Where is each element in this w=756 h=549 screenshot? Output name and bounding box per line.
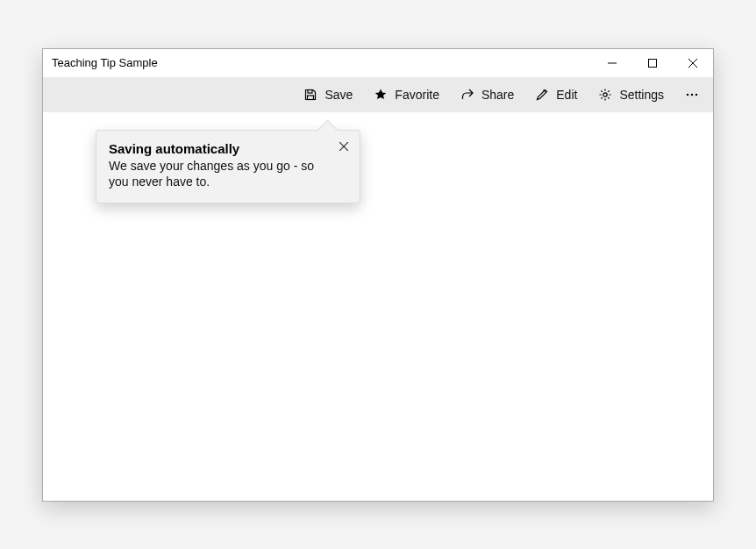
close-button[interactable] <box>673 49 713 77</box>
edit-icon <box>535 88 549 102</box>
svg-point-7 <box>687 93 688 95</box>
svg-point-9 <box>695 93 697 95</box>
minimize-icon <box>608 59 617 68</box>
share-label: Share <box>481 88 514 102</box>
more-icon <box>685 88 699 102</box>
favorite-button[interactable]: Favorite <box>365 82 448 107</box>
close-icon <box>339 142 348 151</box>
edit-button[interactable]: Edit <box>526 82 586 107</box>
tip-body: We save your changes as you go - so you … <box>109 158 328 191</box>
maximize-icon <box>648 59 657 68</box>
window-title: Teaching Tip Sample <box>52 56 158 69</box>
minimize-button[interactable] <box>592 49 632 77</box>
toolbar: Save Favorite Share Edit Settings <box>43 77 713 112</box>
close-icon <box>688 59 697 68</box>
save-label: Save <box>325 88 353 102</box>
share-button[interactable]: Share <box>452 82 523 107</box>
tip-title: Saving automatically <box>109 141 347 156</box>
titlebar: Teaching Tip Sample <box>43 49 713 77</box>
gear-icon <box>598 88 612 102</box>
save-button[interactable]: Save <box>295 82 361 107</box>
svg-rect-5 <box>308 96 314 100</box>
settings-button[interactable]: Settings <box>589 82 673 107</box>
settings-label: Settings <box>619 88 664 102</box>
star-icon <box>374 88 388 102</box>
content-area: Saving automatically We save your change… <box>43 112 713 501</box>
more-button[interactable] <box>676 82 708 107</box>
save-icon <box>303 88 317 102</box>
svg-rect-1 <box>649 59 657 67</box>
edit-label: Edit <box>556 88 577 102</box>
svg-rect-4 <box>308 89 312 93</box>
share-icon <box>460 88 474 102</box>
window-controls <box>592 49 713 77</box>
app-window: Teaching Tip Sample Save Favorite <box>42 48 714 502</box>
svg-point-8 <box>691 93 693 95</box>
teaching-tip: Saving automatically We save your change… <box>96 130 360 204</box>
tip-close-button[interactable] <box>335 138 353 155</box>
svg-point-6 <box>603 92 607 96</box>
maximize-button[interactable] <box>632 49 673 77</box>
favorite-label: Favorite <box>395 88 439 102</box>
